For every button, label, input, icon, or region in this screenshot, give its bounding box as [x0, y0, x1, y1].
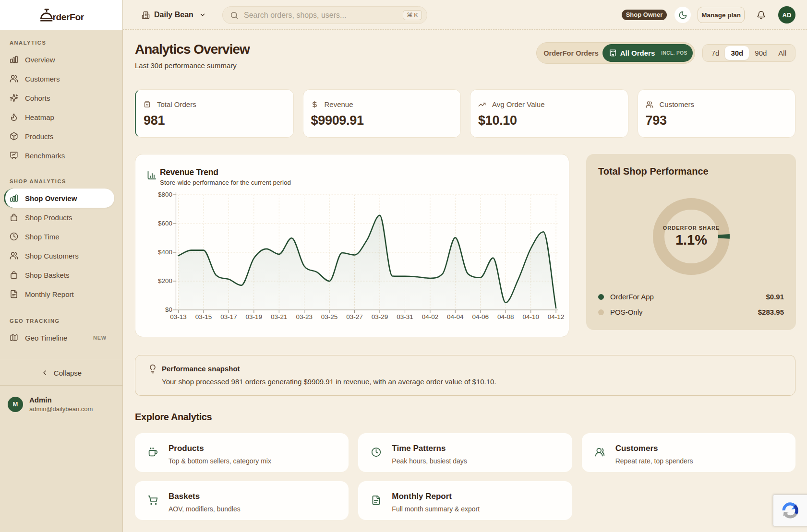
svg-text:ORDERFOR SHARE: ORDERFOR SHARE: [663, 225, 720, 231]
svg-text:04-10: 04-10: [522, 313, 539, 320]
svg-text:rderFor: rderFor: [52, 12, 84, 21]
svg-text:Revenue Trend: Revenue Trend: [160, 167, 218, 177]
svg-text:03-27: 03-27: [346, 313, 363, 320]
svg-text:03-29: 03-29: [372, 313, 388, 320]
svg-text:$600: $600: [158, 220, 172, 227]
svg-text:03-13: 03-13: [170, 313, 187, 320]
svg-text:$200: $200: [158, 277, 172, 284]
svg-text:03-21: 03-21: [271, 313, 288, 320]
svg-text:04-04: 04-04: [447, 313, 464, 320]
svg-text:Store-wide performance for the: Store-wide performance for the current p…: [160, 179, 291, 186]
svg-text:04-12: 04-12: [548, 313, 565, 320]
svg-text:03-15: 03-15: [195, 313, 212, 320]
svg-text:$0: $0: [165, 306, 172, 313]
svg-text:03-17: 03-17: [220, 313, 237, 320]
svg-text:04-06: 04-06: [472, 313, 489, 320]
svg-text:03-31: 03-31: [397, 313, 413, 320]
svg-text:04-02: 04-02: [422, 313, 439, 320]
svg-text:1.1%: 1.1%: [675, 232, 707, 248]
svg-text:04-08: 04-08: [497, 313, 514, 320]
svg-text:03-25: 03-25: [321, 313, 338, 320]
svg-text:$400: $400: [158, 248, 172, 256]
svg-text:$800: $800: [158, 191, 172, 198]
svg-text:03-19: 03-19: [246, 313, 263, 320]
svg-text:03-23: 03-23: [296, 313, 313, 320]
